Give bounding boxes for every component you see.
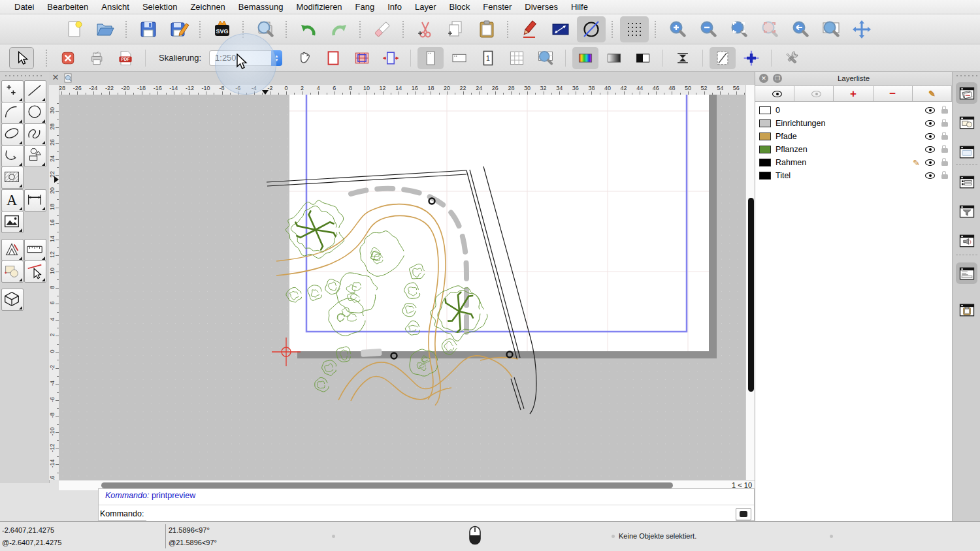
add-layer-button[interactable]: + bbox=[834, 86, 873, 101]
page-multi-button[interactable] bbox=[504, 47, 530, 69]
page-zoom-button[interactable] bbox=[532, 47, 559, 69]
print-preview-search-button[interactable] bbox=[251, 16, 280, 42]
crosshair-plus-button[interactable] bbox=[738, 47, 764, 69]
layer-visibility-icon[interactable] bbox=[925, 120, 935, 127]
new-document-button[interactable] bbox=[60, 16, 89, 42]
tool-polyline-button[interactable] bbox=[1, 145, 24, 167]
pan-hand-button[interactable] bbox=[291, 47, 318, 69]
dev-tools-button[interactable] bbox=[778, 47, 804, 69]
layer-lock-icon[interactable] bbox=[941, 174, 948, 179]
layer-visibility-icon[interactable] bbox=[925, 107, 935, 114]
pointer-button[interactable] bbox=[9, 47, 34, 69]
show-all-layers-button[interactable] bbox=[755, 86, 794, 101]
paper-tiles-button[interactable] bbox=[349, 47, 375, 69]
tool-solid-button[interactable] bbox=[1, 289, 24, 311]
page-single-button[interactable]: 1 bbox=[475, 47, 501, 69]
menu-hilfe[interactable]: Hilfe bbox=[564, 2, 595, 12]
menu-bemassung[interactable]: Bemassung bbox=[232, 2, 290, 12]
cut-button[interactable] bbox=[411, 16, 440, 42]
menu-block[interactable]: Block bbox=[442, 2, 476, 12]
tool-dimension-button[interactable] bbox=[24, 189, 46, 212]
scale-value[interactable]: 1:250 bbox=[209, 50, 271, 66]
pan-button[interactable] bbox=[847, 16, 876, 42]
tool-modify-button[interactable] bbox=[24, 260, 46, 283]
layer-visibility-icon[interactable] bbox=[925, 133, 935, 140]
layer-color-swatch[interactable] bbox=[759, 133, 771, 140]
tool-points-button[interactable] bbox=[1, 80, 24, 102]
menu-datei[interactable]: Datei bbox=[8, 2, 41, 12]
scale-combobox[interactable]: 1:250▲▼ bbox=[209, 50, 282, 66]
auto-fit-button[interactable] bbox=[670, 47, 696, 69]
tool-image-button[interactable] bbox=[1, 211, 24, 233]
menu-zeichnen[interactable]: Zeichnen bbox=[184, 2, 231, 12]
layer-visibility-icon[interactable] bbox=[925, 159, 935, 166]
tool-arc-button[interactable] bbox=[1, 102, 24, 124]
layer-panel-close-icon[interactable]: ✕ bbox=[759, 74, 768, 83]
menu-fenster[interactable]: Fenster bbox=[476, 2, 518, 12]
tool-hatch-button[interactable] bbox=[1, 166, 24, 189]
layer-row-pfade[interactable]: Pfade bbox=[755, 130, 952, 143]
tool-circle-button[interactable] bbox=[24, 102, 46, 124]
close-print-preview-button[interactable] bbox=[55, 47, 81, 69]
block-list-dock-button[interactable] bbox=[956, 112, 977, 133]
drawing-canvas[interactable] bbox=[59, 95, 745, 480]
svg-export-button[interactable]: SVG bbox=[208, 16, 237, 42]
draw-pencil-button[interactable] bbox=[515, 16, 544, 42]
tool-ellipse-button[interactable] bbox=[1, 123, 24, 146]
save-document-button[interactable] bbox=[134, 16, 163, 42]
tool-measure-button[interactable] bbox=[24, 239, 46, 261]
layer-row-0[interactable]: 0 bbox=[755, 104, 952, 117]
grid-toggle-button[interactable] bbox=[620, 16, 649, 42]
menu-selektion[interactable]: Selektion bbox=[136, 2, 184, 12]
layer-list-dock-button[interactable] bbox=[956, 82, 977, 104]
layer-row-pflanzen[interactable]: Pflanzen bbox=[755, 143, 952, 156]
color-full-button[interactable] bbox=[572, 47, 598, 69]
zoom-previous-button[interactable] bbox=[786, 16, 815, 42]
zoom-auto-button[interactable] bbox=[725, 16, 753, 42]
tool-spline-button[interactable] bbox=[24, 123, 46, 146]
color-gray-button[interactable] bbox=[601, 47, 627, 69]
command-options-button[interactable] bbox=[736, 508, 751, 520]
scale-stepper[interactable]: ▲▼ bbox=[271, 50, 282, 66]
horizontal-scrollbar-thumb[interactable] bbox=[101, 482, 673, 488]
layer-lock-icon[interactable] bbox=[941, 135, 948, 140]
tool-line-button[interactable] bbox=[24, 80, 46, 102]
layer-color-swatch[interactable] bbox=[759, 119, 771, 127]
tool-shapes-button[interactable] bbox=[24, 145, 46, 167]
menu-diverses[interactable]: Diverses bbox=[518, 2, 564, 12]
layer-color-swatch[interactable] bbox=[759, 146, 771, 153]
zoom-out-button[interactable] bbox=[694, 16, 723, 42]
view-list-dock-button[interactable] bbox=[956, 141, 977, 163]
snap-off-button[interactable] bbox=[577, 16, 606, 42]
layer-row-titel[interactable]: Titel bbox=[755, 169, 952, 182]
erase-button[interactable] bbox=[368, 16, 397, 42]
command-line-dock-button[interactable] bbox=[956, 262, 977, 284]
layer-lock-icon[interactable] bbox=[941, 161, 948, 166]
tool-misc-draw-button[interactable] bbox=[1, 239, 24, 261]
edit-layer-button[interactable]: ✎ bbox=[913, 86, 952, 101]
tool-block-tools-button[interactable] bbox=[1, 260, 24, 283]
menu-bearbeiten[interactable]: Bearbeiten bbox=[41, 2, 95, 12]
selection-filter-dock-button[interactable] bbox=[956, 200, 977, 222]
layer-panel-detach-icon[interactable]: ❐ bbox=[773, 74, 782, 83]
remove-layer-button[interactable]: − bbox=[874, 86, 913, 101]
layer-lock-icon[interactable] bbox=[941, 148, 948, 153]
command-input[interactable] bbox=[146, 507, 736, 521]
dock-drag-handle[interactable] bbox=[955, 74, 978, 77]
layer-color-swatch[interactable] bbox=[759, 106, 771, 114]
menu-modifizieren[interactable]: Modifizieren bbox=[290, 2, 349, 12]
redo-button[interactable] bbox=[325, 16, 353, 42]
layer-visibility-icon[interactable] bbox=[925, 146, 935, 153]
portrait-button[interactable] bbox=[417, 47, 444, 69]
menu-fang[interactable]: Fang bbox=[349, 2, 382, 12]
open-document-button[interactable] bbox=[91, 16, 120, 42]
tool-text-button[interactable]: A bbox=[1, 189, 24, 212]
paper-fit-button[interactable] bbox=[378, 47, 404, 69]
color-bw-button[interactable] bbox=[630, 47, 656, 69]
landscape-button[interactable] bbox=[446, 47, 472, 69]
dimension-button[interactable] bbox=[546, 16, 575, 42]
copy-button[interactable] bbox=[442, 16, 470, 42]
undo-button[interactable] bbox=[294, 16, 323, 42]
layer-row-einrichtungen[interactable]: Einrichtungen bbox=[755, 117, 952, 130]
layer-visibility-icon[interactable] bbox=[925, 172, 935, 179]
